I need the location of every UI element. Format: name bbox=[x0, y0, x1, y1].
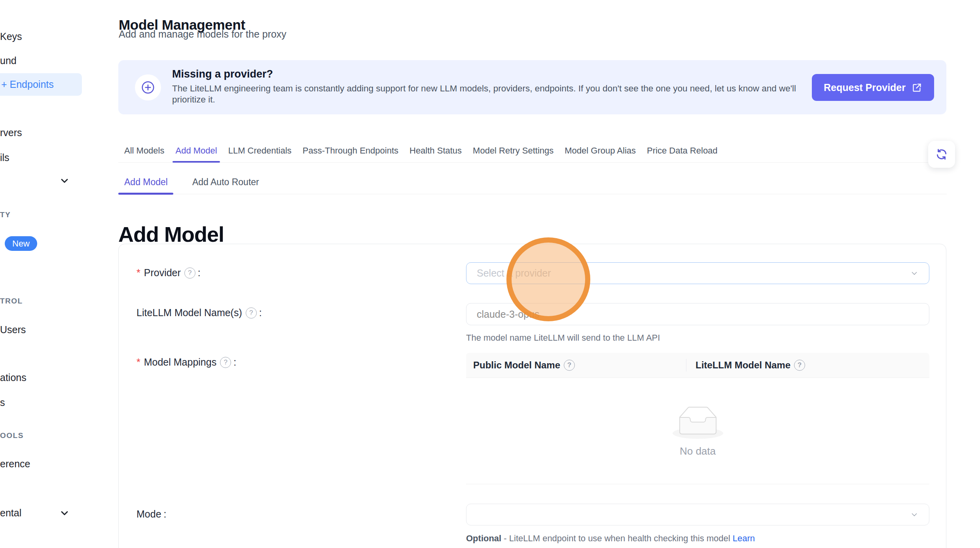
model-mappings-table: Public Model Name ? LiteLLM Model Name ? bbox=[466, 353, 929, 484]
tab-model-retry-settings[interactable]: Model Retry Settings bbox=[473, 139, 554, 162]
tab-add-model[interactable]: Add Model bbox=[175, 139, 217, 162]
no-data-label: No data bbox=[673, 445, 723, 457]
label-colon: : bbox=[164, 508, 167, 520]
add-model-heading: Add Model bbox=[118, 222, 224, 247]
sidebar-item-models-endpoints[interactable]: + Endpoints bbox=[0, 73, 82, 96]
new-badge[interactable]: New bbox=[5, 236, 37, 251]
sidebar-section-observability: TY bbox=[0, 210, 11, 219]
tab-llm-credentials[interactable]: LLM Credentials bbox=[228, 139, 292, 162]
help-icon[interactable]: ? bbox=[184, 267, 195, 279]
chevron-down-icon[interactable] bbox=[59, 507, 70, 519]
provider-select[interactable]: Select a provider bbox=[466, 262, 929, 284]
chevron-down-icon bbox=[910, 269, 919, 278]
sidebar-item-virtual-keys[interactable]: Keys bbox=[0, 30, 22, 43]
litellm-model-name-input[interactable] bbox=[466, 303, 929, 325]
tab-price-data-reload[interactable]: Price Data Reload bbox=[647, 139, 718, 162]
required-marker: * bbox=[136, 356, 140, 368]
help-icon[interactable]: ? bbox=[220, 357, 231, 368]
label-colon: : bbox=[233, 356, 236, 368]
model-mappings-label: * Model Mappings ? : bbox=[136, 356, 236, 368]
column-litellm-model-name: LiteLLM Model Name ? bbox=[686, 360, 805, 371]
sidebar-item-mcp-servers[interactable]: rvers bbox=[0, 127, 22, 139]
litellm-model-name-label-text: LiteLLM Model Name(s) bbox=[136, 307, 242, 319]
subtab-add-auto-router[interactable]: Add Auto Router bbox=[192, 170, 259, 194]
empty-state: No data bbox=[673, 406, 723, 457]
tab-all-models[interactable]: All Models bbox=[124, 139, 164, 162]
missing-provider-banner: Missing a provider? The LiteLLM engineer… bbox=[118, 60, 946, 114]
required-marker: * bbox=[136, 267, 140, 279]
tab-pass-through-endpoints[interactable]: Pass-Through Endpoints bbox=[303, 139, 398, 162]
model-management-page: Keys und + Endpoints rvers ils TY New TR… bbox=[0, 0, 980, 548]
empty-inbox-icon bbox=[673, 406, 723, 439]
banner-body: The LiteLLM engineering team is constant… bbox=[172, 83, 817, 105]
page-subtitle: Add and manage models for the proxy bbox=[119, 28, 286, 40]
chevron-down-icon bbox=[910, 510, 919, 519]
sidebar-section-access-control: TROL bbox=[0, 297, 23, 305]
sidebar-item-teams[interactable]: s bbox=[0, 396, 5, 409]
tab-health-status[interactable]: Health Status bbox=[409, 139, 462, 162]
litellm-model-name-label: LiteLLM Model Name(s) ? : bbox=[136, 307, 262, 319]
learn-more-link[interactable]: Learn bbox=[733, 533, 755, 543]
provider-label: * Provider ? : bbox=[136, 267, 201, 279]
sidebar-item-internal-users[interactable]: Users bbox=[0, 324, 26, 336]
help-icon[interactable]: ? bbox=[564, 360, 575, 371]
tab-model-group-alias[interactable]: Model Group Alias bbox=[565, 139, 636, 162]
banner-title: Missing a provider? bbox=[172, 68, 273, 80]
add-model-subtabs: Add Model Add Auto Router bbox=[118, 170, 947, 194]
model-mappings-table-header: Public Model Name ? LiteLLM Model Name ? bbox=[466, 353, 929, 378]
label-colon: : bbox=[198, 267, 201, 279]
sidebar-item-api-reference[interactable]: erence bbox=[0, 458, 30, 470]
add-model-form-card: * Provider ? : Select a provider LiteLLM… bbox=[118, 244, 946, 548]
help-icon[interactable]: ? bbox=[794, 360, 805, 371]
mode-select[interactable] bbox=[466, 504, 929, 525]
sidebar-item-organizations[interactable]: ations bbox=[0, 372, 27, 384]
column-public-model-name: Public Model Name ? bbox=[466, 360, 686, 371]
litellm-model-name-help: The model name LiteLLM will send to the … bbox=[466, 333, 660, 343]
column-divider bbox=[686, 359, 686, 372]
mode-help-optional: Optional bbox=[466, 533, 501, 543]
chevron-down-icon[interactable] bbox=[59, 175, 70, 187]
column-label: Public Model Name bbox=[473, 360, 560, 371]
mode-label-text: Mode bbox=[136, 508, 161, 520]
mode-help-text: - LiteLLM endpoint to use when health ch… bbox=[501, 533, 733, 543]
column-label: LiteLLM Model Name bbox=[696, 360, 790, 371]
provider-placeholder: Select a provider bbox=[477, 267, 551, 279]
mode-help: Optional - LiteLLM endpoint to use when … bbox=[466, 533, 755, 544]
help-icon[interactable]: ? bbox=[246, 307, 257, 319]
request-provider-label: Request Provider bbox=[824, 82, 906, 93]
sidebar-section-tools: OOLS bbox=[0, 431, 24, 440]
mode-label: Mode : bbox=[136, 508, 167, 520]
model-mappings-label-text: Model Mappings bbox=[144, 356, 216, 368]
plus-circle-icon bbox=[135, 74, 161, 100]
request-provider-button[interactable]: Request Provider bbox=[812, 74, 934, 101]
sidebar-item-guardrails[interactable]: ils bbox=[0, 152, 9, 164]
model-tabs: All Models Add Model LLM Credentials Pas… bbox=[118, 139, 947, 163]
label-colon: : bbox=[259, 307, 262, 319]
refresh-button[interactable] bbox=[928, 141, 955, 168]
model-mappings-table-body: No data bbox=[466, 378, 929, 484]
sync-icon bbox=[935, 148, 948, 161]
subtab-add-model[interactable]: Add Model bbox=[124, 170, 168, 194]
provider-label-text: Provider bbox=[144, 267, 181, 279]
sidebar-item-playground[interactable]: und bbox=[0, 55, 17, 67]
external-link-icon bbox=[912, 82, 922, 93]
sidebar-item-experimental[interactable]: ental bbox=[0, 507, 21, 519]
